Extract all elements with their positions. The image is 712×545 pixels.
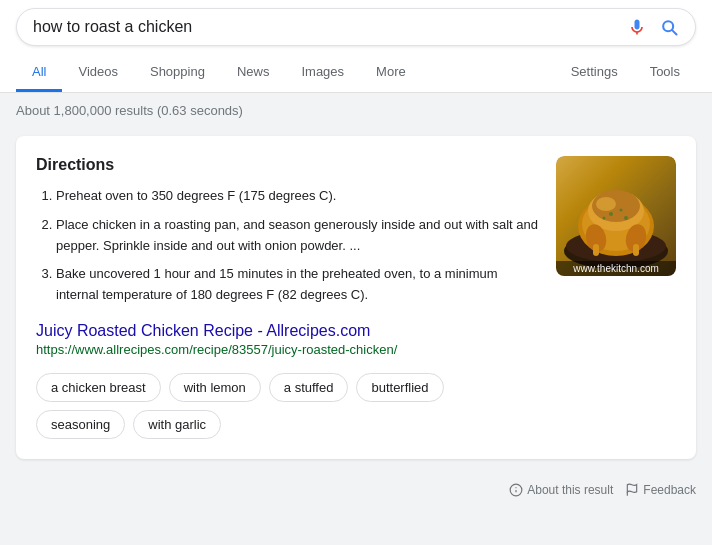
chip-1[interactable]: with lemon [169, 373, 261, 402]
about-result[interactable]: About this result [509, 483, 613, 497]
search-box [16, 8, 696, 46]
search-icon[interactable] [659, 17, 679, 37]
mic-icon[interactable] [627, 17, 647, 37]
direction-step-2: Place chicken in a roasting pan, and sea… [56, 215, 540, 257]
result-card: Directions Preheat oven to 350 degrees F… [16, 136, 696, 459]
recipe-url: https://www.allrecipes.com/recipe/83557/… [36, 342, 540, 357]
tab-tools[interactable]: Tools [634, 54, 696, 92]
chip-5[interactable]: with garlic [133, 410, 221, 439]
recipe-link: Juicy Roasted Chicken Recipe - Allrecipe… [36, 322, 540, 357]
image-credit: www.thekitchn.com [556, 261, 676, 276]
directions-list: Preheat oven to 350 degrees F (175 degre… [36, 186, 540, 306]
search-input[interactable] [33, 18, 627, 36]
search-row [16, 8, 696, 54]
tab-more[interactable]: More [360, 54, 422, 92]
flag-icon [625, 483, 639, 497]
info-icon [509, 483, 523, 497]
tab-images[interactable]: Images [285, 54, 360, 92]
bottom-bar: About this result Feedback [0, 475, 712, 505]
related-chips: a chicken breast with lemon a stuffed bu… [36, 373, 540, 439]
feedback-button[interactable]: Feedback [625, 483, 696, 497]
chicken-image: www.thekitchn.com [556, 156, 676, 276]
chip-3[interactable]: butterflied [356, 373, 443, 402]
svg-point-10 [596, 197, 616, 211]
directions-title: Directions [36, 156, 540, 174]
nav-tabs: All Videos Shopping News Images More Set… [16, 54, 696, 92]
tab-shopping[interactable]: Shopping [134, 54, 221, 92]
svg-rect-9 [633, 244, 639, 256]
search-icons [627, 17, 679, 37]
tab-all[interactable]: All [16, 54, 62, 92]
feedback-label: Feedback [643, 483, 696, 497]
about-result-label: About this result [527, 483, 613, 497]
svg-point-14 [603, 217, 606, 220]
results-info: About 1,800,000 results (0.63 seconds) [0, 93, 712, 128]
direction-step-1: Preheat oven to 350 degrees F (175 degre… [56, 186, 540, 207]
svg-point-11 [609, 212, 613, 216]
nav-right: Settings Tools [555, 54, 696, 92]
result-image[interactable]: www.thekitchn.com [556, 156, 676, 276]
direction-step-3: Bake uncovered 1 hour and 15 minutes in … [56, 264, 540, 306]
recipe-link-anchor[interactable]: Juicy Roasted Chicken Recipe - Allrecipe… [36, 322, 370, 339]
chip-2[interactable]: a stuffed [269, 373, 349, 402]
top-bar: All Videos Shopping News Images More Set… [0, 0, 712, 93]
svg-rect-8 [593, 244, 599, 256]
svg-point-13 [624, 216, 628, 220]
tab-news[interactable]: News [221, 54, 286, 92]
tab-settings[interactable]: Settings [555, 54, 634, 92]
svg-point-12 [620, 209, 623, 212]
result-text: Directions Preheat oven to 350 degrees F… [36, 156, 540, 439]
tab-videos[interactable]: Videos [62, 54, 134, 92]
svg-point-17 [516, 487, 517, 488]
chip-0[interactable]: a chicken breast [36, 373, 161, 402]
chip-4[interactable]: seasoning [36, 410, 125, 439]
main-content: Directions Preheat oven to 350 degrees F… [0, 128, 712, 467]
